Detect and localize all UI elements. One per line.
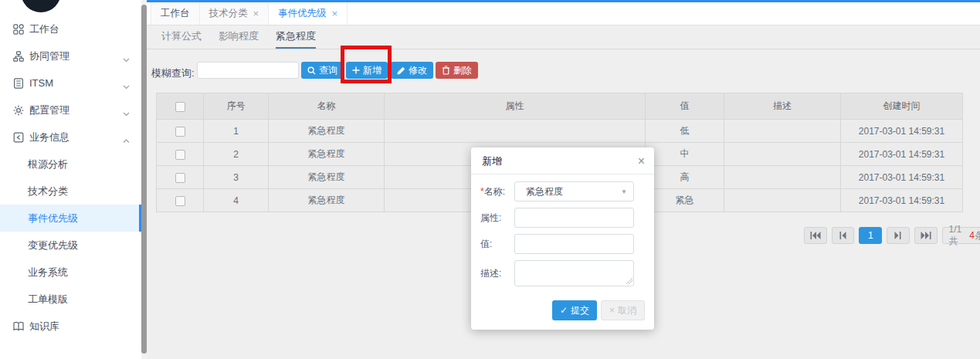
cell-value: 中 (646, 143, 724, 166)
org-icon (12, 50, 24, 62)
sidebar-item-label: 协同管理 (29, 49, 70, 63)
gear-icon (12, 104, 24, 116)
subtab-urgency-level[interactable]: 紧急程度 (276, 25, 316, 49)
column-header-created: 创建时间 (841, 93, 963, 120)
chevron-up-icon (123, 134, 130, 146)
sidebar-item-collaboration[interactable]: 协同管理 (0, 42, 141, 69)
add-button[interactable]: 新增 (346, 62, 388, 79)
trash-icon (442, 66, 450, 75)
table-row[interactable]: 1 紧急程度 低 2017-03-01 14:59:31 (157, 120, 963, 143)
tab-label: 技术分类 (209, 7, 248, 20)
description-textarea[interactable] (514, 260, 634, 286)
sidebar-item-label: 配置管理 (29, 103, 70, 117)
cell-index: 4 (204, 189, 269, 212)
cell-index: 1 (204, 120, 269, 143)
sidebar-item-knowledge-base[interactable]: 知识库 (0, 313, 141, 340)
clipboard-icon (12, 131, 24, 143)
x-icon: × (609, 305, 615, 316)
row-checkbox[interactable] (175, 150, 185, 160)
prev-page-icon (839, 232, 846, 239)
edit-button[interactable]: 修改 (391, 62, 433, 79)
resize-grip-icon[interactable] (626, 278, 632, 284)
sidebar-item-label: 业务信息 (29, 130, 70, 144)
main-content: 工作台 技术分类 × 事件优先级 × 计算公式 影响程度 紧急程度 模糊查询: … (147, 0, 980, 359)
sidebar-scrollbar[interactable] (141, 0, 147, 359)
subtab-calc-formula[interactable]: 计算公式 (161, 25, 202, 49)
sidebar-item-label: ITSM (29, 77, 53, 89)
sidebar-item-workbench[interactable]: 工作台 (0, 15, 141, 42)
prev-page-button[interactable] (832, 227, 855, 244)
document-icon (12, 77, 24, 89)
app-logo (21, 0, 61, 12)
scrollbar-thumb[interactable] (141, 5, 147, 354)
chevron-down-icon (123, 80, 130, 92)
row-checkbox[interactable] (175, 196, 185, 206)
close-icon[interactable]: × (332, 8, 338, 19)
description-field-label: 描述: (480, 267, 514, 280)
close-icon[interactable]: × (638, 147, 645, 174)
sidebar-subitem-incident-priority[interactable]: 事件优先级 (0, 205, 141, 232)
select-all-checkbox[interactable] (175, 102, 185, 112)
last-page-button[interactable] (914, 227, 938, 244)
row-checkbox[interactable] (175, 127, 185, 137)
fuzzy-query-input[interactable] (197, 62, 299, 79)
select-arrow-icon: ▼ (621, 188, 627, 195)
sidebar-subitem-root-cause[interactable]: 根源分析 (0, 151, 141, 178)
attribute-input[interactable] (514, 208, 634, 228)
pagination: 1 1/1共4条 5/页 ∨ (804, 227, 980, 244)
sidebar-subitem-business-system[interactable]: 业务系统 (0, 259, 141, 286)
chevron-down-icon (123, 53, 130, 65)
tab-label: 工作台 (161, 7, 190, 20)
search-button[interactable]: 查询 (301, 62, 344, 79)
cell-value: 紧急 (646, 189, 724, 212)
submit-button[interactable]: ✓ 提交 (552, 300, 597, 320)
sidebar-subitem-tech-category[interactable]: 技术分类 (0, 178, 141, 205)
value-field-label: 值: (480, 238, 514, 251)
sidebar-item-configuration[interactable]: 配置管理 (0, 97, 141, 124)
sidebar-item-itsm[interactable]: ITSM (0, 69, 141, 97)
name-select-value: 紧急程度 (526, 185, 563, 198)
value-input[interactable] (514, 234, 634, 254)
next-page-button[interactable] (887, 227, 910, 244)
first-page-button[interactable] (804, 227, 827, 244)
name-select[interactable]: 紧急程度 ▼ (514, 181, 634, 202)
attribute-field-label: 属性: (480, 212, 514, 225)
subtab-impact-level[interactable]: 影响程度 (219, 25, 259, 49)
search-icon (307, 66, 316, 75)
sidebar-item-label: 知识库 (29, 320, 59, 334)
cell-description (724, 166, 841, 189)
pencil-icon (397, 66, 405, 75)
tab-workbench[interactable]: 工作台 (151, 2, 200, 25)
cell-name: 紧急程度 (269, 120, 385, 143)
column-header-attribute: 属性 (385, 93, 646, 120)
sidebar-item-business-info[interactable]: 业务信息 (0, 124, 141, 151)
name-field-label: *名称: (480, 185, 514, 198)
cell-created: 2017-03-01 14:59:31 (841, 143, 963, 166)
column-header-description: 描述 (724, 93, 841, 120)
total-count: 4 (969, 230, 975, 241)
current-page-button[interactable]: 1 (859, 227, 882, 244)
close-icon[interactable]: × (253, 8, 259, 19)
pagination-info: 1/1共4条 (942, 227, 980, 244)
tab-incident-priority[interactable]: 事件优先级 × (269, 2, 348, 25)
chevron-down-icon (123, 107, 130, 119)
cell-value: 低 (646, 120, 724, 143)
sidebar-subitem-change-priority[interactable]: 变更优先级 (0, 232, 141, 259)
plus-icon (352, 66, 360, 74)
tab-label: 事件优先级 (278, 7, 327, 20)
dialog-footer: ✓ 提交 × 取消 (471, 293, 654, 330)
add-dialog: 新增 × *名称: 紧急程度 ▼ 属性: 值: 描述: (471, 147, 654, 330)
dialog-body: *名称: 紧急程度 ▼ 属性: 值: 描述: (471, 174, 654, 286)
sidebar-nav: 工作台 协同管理 ITSM (0, 15, 141, 340)
sidebar-subitem-ticket-template[interactable]: 工单模版 (0, 286, 141, 313)
book-icon (12, 320, 24, 332)
cell-description (724, 189, 841, 212)
cell-index: 3 (204, 166, 269, 189)
delete-button[interactable]: 删除 (436, 62, 478, 79)
tab-tech-category[interactable]: 技术分类 × (200, 2, 270, 25)
row-checkbox[interactable] (175, 173, 185, 183)
dialog-title: 新增 (482, 155, 502, 167)
header-checkbox-cell (157, 93, 204, 120)
first-page-icon (810, 232, 821, 239)
cancel-button[interactable]: × 取消 (601, 300, 645, 320)
